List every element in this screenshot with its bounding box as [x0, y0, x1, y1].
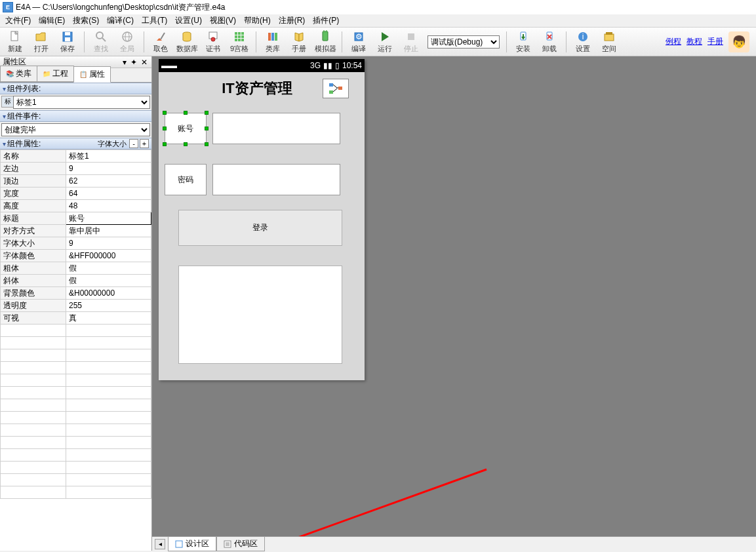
toolbar-settings-button[interactable]: i设置 — [570, 29, 595, 55]
open-icon — [35, 30, 48, 43]
menu-edit[interactable]: 编辑(E) — [35, 14, 69, 28]
tab-design[interactable]: 设计区 — [168, 536, 216, 551]
prop-value[interactable]: 靠中居中 — [66, 225, 151, 237]
listbox[interactable] — [178, 266, 342, 364]
menu-file[interactable]: 文件(F) — [1, 14, 35, 28]
svg-rect-14 — [238, 32, 241, 35]
prop-value[interactable]: 假 — [66, 262, 151, 275]
tab-code[interactable]: 代码区 — [216, 536, 265, 551]
build-mode-select[interactable]: 调试版(Debug) — [428, 35, 500, 49]
prop-value[interactable]: 9 — [66, 163, 151, 175]
avatar[interactable]: 👦 — [728, 31, 749, 52]
svg-rect-23 — [271, 33, 274, 41]
label-account[interactable]: 账号 — [165, 113, 207, 144]
resize-handle[interactable] — [184, 111, 188, 115]
prop-value[interactable]: &HFF000000 — [66, 250, 151, 262]
resize-handle[interactable] — [205, 127, 209, 130]
chevron-down-icon[interactable]: ▾ — [3, 140, 6, 148]
toolbar-grid-button[interactable]: 9宫格 — [227, 29, 252, 55]
toolbar-space-button[interactable]: 空间 — [597, 29, 622, 55]
toolbar-book-button[interactable]: 手册 — [287, 29, 311, 55]
resize-handle[interactable] — [184, 142, 188, 146]
menu-register[interactable]: 注册(R) — [275, 14, 309, 28]
menu-settings[interactable]: 设置(U) — [171, 14, 206, 28]
component-event-select[interactable]: 创建完毕 — [1, 123, 150, 136]
close-icon[interactable]: ✕ — [140, 58, 149, 67]
phone-preview: ▬▬ 3G ▮▮ ▯ 10:54 IT资产管理 账号 — [159, 59, 365, 380]
toolbar-run-button[interactable]: 运行 — [372, 29, 397, 55]
tab-lib[interactable]: 📚类库 — [0, 66, 37, 82]
resize-handle[interactable] — [163, 142, 167, 146]
prop-value[interactable]: 账号 — [66, 212, 151, 225]
menu-view[interactable]: 视图(V) — [206, 14, 240, 28]
properties-icon: 📋 — [79, 71, 87, 79]
tab-project[interactable]: 📁工程 — [37, 66, 74, 82]
toolbar-save-button[interactable]: 保存 — [55, 29, 80, 55]
svg-rect-42 — [338, 87, 342, 90]
toolbar-picker-button[interactable]: 取色 — [148, 29, 173, 55]
prop-value[interactable]: 真 — [66, 312, 151, 325]
menu-tools[interactable]: 工具(T) — [138, 14, 171, 28]
svg-point-26 — [323, 30, 325, 31]
menu-help[interactable]: 帮助(H) — [240, 14, 275, 28]
form-canvas[interactable]: IT资产管理 账号 密码 登录 — [159, 72, 365, 380]
menu-bar: 文件(F) 编辑(E) 搜索(S) 编译(C) 工具(T) 设置(U) 视图(V… — [0, 14, 756, 28]
prop-value[interactable]: 标签1 — [66, 150, 151, 163]
toolbar-lib-button[interactable]: 类库 — [260, 29, 285, 55]
font-size-label: 字体大小 — [98, 139, 127, 149]
tab-properties[interactable]: 📋属性 — [73, 66, 111, 83]
toolbar-emu-button[interactable]: 模拟器 — [313, 29, 338, 55]
chevron-down-icon[interactable]: ▾ — [3, 85, 6, 92]
toolbar-new-button[interactable]: 新建 — [3, 29, 28, 55]
chevron-down-icon[interactable]: ▾ — [3, 113, 6, 120]
prop-value[interactable]: 255 — [66, 300, 151, 312]
svg-rect-16 — [235, 35, 237, 38]
pin-icon[interactable]: ✦ — [129, 58, 138, 67]
svg-point-12 — [211, 37, 215, 41]
input-password[interactable] — [212, 164, 340, 195]
prop-value[interactable]: 48 — [66, 200, 151, 212]
prop-value[interactable]: 假 — [66, 275, 151, 287]
resize-handle[interactable] — [205, 142, 209, 146]
property-table: 名称标签1左边9顶边62宽度64高度48标题账号对齐方式靠中居中字体大小9字体颜… — [0, 149, 151, 499]
link-例程[interactable]: 例程 — [666, 36, 681, 47]
svg-rect-15 — [241, 32, 244, 35]
toolbar-db-button[interactable]: 数据库 — [174, 29, 199, 55]
component-list-select[interactable]: 标签1 — [13, 96, 150, 109]
menu-plugin[interactable]: 插件(P) — [309, 14, 343, 28]
prop-value[interactable]: &H00000000 — [66, 287, 151, 300]
toolbar-uninstall-button[interactable]: 卸载 — [537, 29, 562, 55]
scroll-left-button[interactable]: ◂ — [155, 539, 165, 549]
toolbar-install-button[interactable]: 安装 — [511, 29, 536, 55]
battery-icon: ▯ — [335, 61, 340, 70]
toolbar-open-button[interactable]: 打开 — [29, 29, 54, 55]
resize-handle[interactable] — [205, 111, 209, 115]
property-grid[interactable]: 名称标签1左边9顶边62宽度64高度48标题账号对齐方式靠中居中字体大小9字体颜… — [0, 149, 151, 551]
prop-key: 左边 — [1, 163, 66, 175]
tree-icon[interactable] — [323, 79, 349, 98]
toolbar-compile-button[interactable]: ⚙编译 — [346, 29, 371, 55]
font-decrease-button[interactable]: - — [129, 139, 138, 148]
menu-search[interactable]: 搜索(S) — [69, 14, 103, 28]
link-教程[interactable]: 教程 — [686, 36, 702, 47]
stop-icon — [405, 30, 418, 43]
prop-value[interactable]: 62 — [66, 175, 151, 187]
form-title-label[interactable]: IT资产管理 — [198, 79, 316, 98]
lib-icon: 📚 — [6, 70, 14, 78]
input-account[interactable] — [212, 113, 340, 144]
label-password[interactable]: 密码 — [165, 164, 207, 195]
link-手册[interactable]: 手册 — [707, 36, 723, 47]
prop-key: 可视 — [1, 312, 66, 325]
run-icon — [378, 30, 391, 43]
resize-handle[interactable] — [163, 127, 167, 130]
resize-handle[interactable] — [163, 111, 167, 115]
prop-value[interactable]: 9 — [66, 237, 151, 250]
pin-icon[interactable]: ▾ — [121, 58, 128, 67]
design-area: ▬▬ 3G ▮▮ ▯ 10:54 IT资产管理 账号 — [152, 56, 756, 551]
font-increase-button[interactable]: + — [140, 139, 149, 148]
login-button[interactable]: 登录 — [178, 210, 342, 246]
menu-compile[interactable]: 编译(C) — [103, 14, 138, 28]
prop-value[interactable]: 64 — [66, 187, 151, 200]
toolbar-cert-button[interactable]: 证书 — [201, 29, 226, 55]
install-icon — [517, 30, 530, 43]
